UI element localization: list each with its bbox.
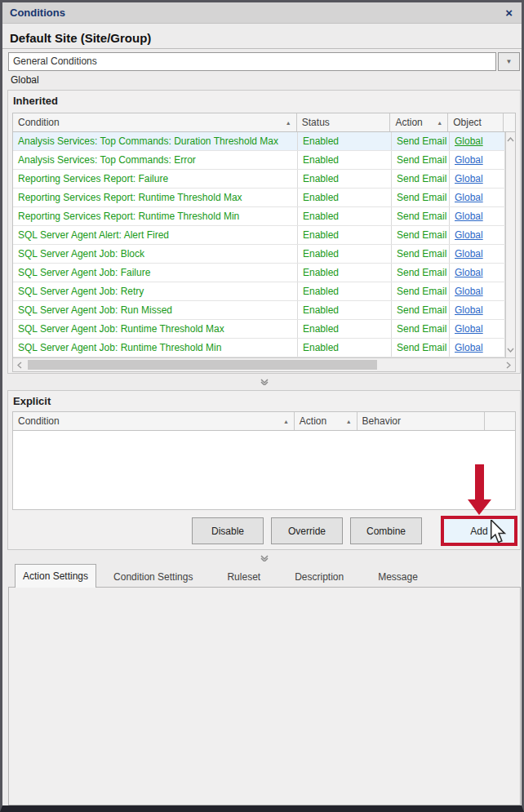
object-cell: Global: [450, 264, 505, 282]
condition-cell: SQL Server Agent Job: Runtime Threshold …: [13, 320, 298, 338]
explicit-table: Condition ▲ Action ▲ Behavior: [12, 411, 516, 510]
tab-action-settings[interactable]: Action Settings: [15, 564, 96, 588]
action-cell: Send Email: [392, 320, 450, 338]
inherited-table: Condition ▲ Status Action ▲ Object Analy…: [12, 113, 516, 372]
tab-description[interactable]: Description: [278, 566, 361, 588]
table-row[interactable]: Analysis Services: Top Commands: ErrorEn…: [13, 151, 505, 170]
action-cell: Send Email: [392, 339, 450, 357]
sort-asc-icon: ▲: [346, 419, 352, 424]
column-header-action[interactable]: Action ▲: [295, 412, 357, 430]
table-row[interactable]: SQL Server Agent Job: Runtime Threshold …: [13, 320, 505, 339]
action-cell: Send Email: [392, 132, 450, 150]
site-group-title: Default Site (Site/Group): [10, 31, 151, 45]
column-header-behavior[interactable]: Behavior: [357, 412, 485, 430]
object-link[interactable]: Global: [455, 304, 483, 316]
status-cell: Enabled: [298, 151, 392, 169]
object-link[interactable]: Global: [455, 211, 483, 222]
action-cell: Send Email: [392, 301, 450, 319]
explicit-heading: Explicit: [13, 395, 51, 407]
dropdown-arrow-icon[interactable]: ▼: [498, 52, 520, 71]
object-link[interactable]: Global: [455, 192, 483, 203]
object-cell: Global: [450, 132, 505, 150]
scrollbar-track[interactable]: [26, 358, 502, 371]
column-header-action[interactable]: Action ▲: [390, 113, 448, 131]
conditions-type-dropdown[interactable]: General Conditions: [8, 52, 496, 71]
scroll-up-icon[interactable]: [506, 135, 515, 144]
action-cell: Send Email: [392, 226, 450, 244]
table-row[interactable]: SQL Server Agent Job: Run MissedEnabledS…: [13, 301, 505, 320]
action-cell: Send Email: [392, 189, 450, 206]
tab-message[interactable]: Message: [361, 566, 435, 588]
object-link[interactable]: Global: [455, 342, 483, 353]
table-row[interactable]: SQL Server Agent Alert: Alert FiredEnabl…: [13, 226, 505, 245]
status-cell: Enabled: [298, 170, 392, 188]
explicit-table-body: [13, 431, 515, 509]
status-cell: Enabled: [298, 320, 392, 338]
table-row[interactable]: SQL Server Agent Job: FailureEnabledSend…: [13, 264, 505, 282]
table-row[interactable]: Analysis Services: Top Commands: Duratio…: [13, 132, 505, 151]
table-row[interactable]: SQL Server Agent Job: Runtime Threshold …: [13, 339, 505, 357]
panel-titlebar: Conditions ×: [2, 2, 522, 24]
object-cell: Global: [450, 189, 505, 206]
horizontal-scrollbar[interactable]: [13, 357, 515, 371]
disable-button[interactable]: Disable: [192, 517, 264, 544]
scroll-left-icon[interactable]: [13, 358, 26, 371]
action-cell: Send Email: [392, 245, 450, 263]
object-cell: Global: [450, 151, 505, 169]
splitter-collapse-bottom[interactable]: [2, 552, 524, 565]
combine-button[interactable]: Combine: [350, 517, 422, 544]
column-header-object[interactable]: Object: [448, 113, 504, 131]
splitter-collapse-top[interactable]: [2, 375, 524, 388]
table-row[interactable]: Reporting Services Report: Runtime Thres…: [13, 189, 505, 207]
override-button[interactable]: Override: [271, 517, 343, 544]
status-cell: Enabled: [298, 132, 392, 150]
table-row[interactable]: Reporting Services Report: Runtime Thres…: [13, 207, 505, 226]
settings-tabstrip: Action SettingsCondition SettingsRuleset…: [8, 564, 521, 588]
inherited-table-body: Analysis Services: Top Commands: Duratio…: [13, 132, 505, 357]
status-cell: Enabled: [298, 245, 392, 263]
condition-cell: SQL Server Agent Job: Runtime Threshold …: [13, 339, 298, 357]
scrollbar-thumb[interactable]: [28, 360, 377, 370]
tab-condition-settings[interactable]: Condition Settings: [96, 566, 210, 588]
column-header-condition[interactable]: Condition ▲: [13, 113, 297, 131]
object-link[interactable]: Global: [455, 267, 483, 278]
inherited-table-header: Condition ▲ Status Action ▲ Object: [13, 113, 515, 132]
object-cell: Global: [450, 301, 505, 319]
object-cell: Global: [450, 245, 505, 263]
column-header-stub: [504, 113, 515, 131]
status-cell: Enabled: [298, 339, 392, 357]
divider: [2, 48, 522, 49]
object-link[interactable]: Global: [455, 229, 483, 241]
object-link[interactable]: Global: [455, 154, 483, 166]
condition-cell: SQL Server Agent Job: Failure: [13, 264, 298, 282]
object-link[interactable]: Global: [455, 173, 483, 184]
mouse-cursor-icon: [490, 520, 508, 544]
table-row[interactable]: SQL Server Agent Job: BlockEnabledSend E…: [13, 245, 505, 264]
condition-cell: SQL Server Agent Job: Block: [13, 245, 298, 263]
panel-title: Conditions: [10, 7, 504, 19]
object-link[interactable]: Global: [455, 323, 483, 335]
column-header-status[interactable]: Status: [297, 113, 391, 131]
object-link[interactable]: Global: [455, 135, 483, 147]
object-link[interactable]: Global: [455, 248, 483, 260]
action-cell: Send Email: [392, 282, 450, 300]
table-row[interactable]: Reporting Services Report: FailureEnable…: [13, 170, 505, 189]
close-icon[interactable]: ×: [504, 7, 514, 19]
vertical-scrollbar[interactable]: [505, 132, 515, 357]
sort-asc-icon: ▲: [283, 419, 289, 424]
tab-ruleset[interactable]: Ruleset: [210, 566, 278, 588]
condition-cell: Analysis Services: Top Commands: Duratio…: [13, 132, 298, 150]
table-row[interactable]: SQL Server Agent Job: RetryEnabledSend E…: [13, 282, 505, 301]
scroll-right-icon[interactable]: [502, 358, 515, 371]
status-cell: Enabled: [298, 189, 392, 206]
column-header-stub: [485, 412, 515, 430]
scroll-down-icon[interactable]: [506, 345, 515, 355]
action-settings-panel: [8, 587, 521, 805]
status-cell: Enabled: [298, 264, 392, 282]
action-cell: Send Email: [392, 151, 450, 169]
column-header-condition[interactable]: Condition ▲: [13, 412, 295, 430]
object-link[interactable]: Global: [455, 286, 483, 297]
object-cell: Global: [450, 320, 505, 338]
sort-asc-icon: ▲: [286, 120, 291, 126]
status-cell: Enabled: [298, 301, 392, 319]
